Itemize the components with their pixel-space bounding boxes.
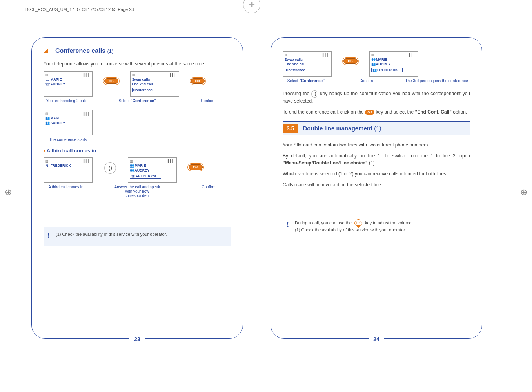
ok-button-inline: OK bbox=[365, 110, 374, 115]
intro-text: Your telephone allows you to converse wi… bbox=[44, 60, 231, 67]
group-icon: 👥 bbox=[130, 164, 134, 168]
status-bar: ▥▍▎▏ bbox=[285, 53, 330, 57]
triangle-icon bbox=[44, 48, 48, 53]
page-right: ▥▍▎▏ Swap calls End 2nd call Conference … bbox=[271, 37, 482, 339]
phone-screen-conf-started: ▥▍▎▏ 👥 MARIE 👥 AUDREY bbox=[44, 110, 93, 135]
group-icon: 👥 bbox=[45, 116, 49, 120]
group-icon: 👥 bbox=[372, 68, 376, 72]
status-bar: ▥▍▎▏ bbox=[45, 73, 91, 77]
caption-row-2: The conference starts bbox=[44, 137, 231, 142]
group-icon: 👥 bbox=[130, 168, 134, 172]
para-invoice: Calls made will be invoiced on the selec… bbox=[283, 181, 470, 188]
phone-screen-incoming: ▥▍▎▏ ↯ FREDERICK bbox=[44, 157, 93, 183]
crop-circle-top bbox=[243, 0, 260, 13]
status-bar: ▥▍▎▏ bbox=[132, 73, 177, 77]
incoming-icon: ↯ bbox=[45, 164, 49, 168]
caption-row-r1: Select "Conference" Confirm The 3rd pers… bbox=[283, 79, 470, 84]
phone-screen-menu: ▥▍▎▏ Swap calls End 2nd call Conference bbox=[130, 71, 179, 97]
para-end-conf: To end the conference call, click on the… bbox=[283, 108, 470, 116]
page-left: Conference calls (1) Your telephone allo… bbox=[31, 37, 243, 339]
status-bar: ▥▍▎▏ bbox=[45, 112, 91, 116]
para-sim: Your SIM card can contain two lines with… bbox=[283, 141, 470, 148]
status-bar: ▥▍▎▏ bbox=[130, 159, 175, 163]
phone-row-1: ▥▍▎▏ … MARIE ☏ AUDREY OK ▥▍▎▏ Swap calls… bbox=[44, 71, 231, 97]
note-box-left: ! (1) Check the availability of this ser… bbox=[44, 227, 231, 246]
phone-screen-three-joined: ▥▍▎▏ 👥 MARIE 👥 AUDREY 👥 FREDERICK bbox=[369, 51, 418, 77]
section-number: 3.5 bbox=[283, 124, 298, 133]
phone-icon: ☏ bbox=[131, 174, 135, 178]
phone-row-3: ▥▍▎▏ ↯ FREDERICK ⟨⟩ ▥▍▎▏ 👥 MARIE 👥 AUDRE… bbox=[44, 157, 231, 183]
crop-mark-left: ⊕ bbox=[5, 187, 12, 197]
group-icon: 👥 bbox=[371, 58, 375, 61]
phone-screen-menu: ▥▍▎▏ Swap calls End 2nd call Conference bbox=[283, 51, 332, 77]
ok-button[interactable]: OK bbox=[191, 78, 205, 84]
section-title-conference: Conference calls (1) bbox=[44, 47, 231, 54]
phone-icon: ☏ bbox=[45, 82, 49, 86]
ok-button[interactable]: OK bbox=[104, 78, 118, 84]
header-line: BG3 _PCS_AUS_UM_17-07-03 17/07/03 12:53 … bbox=[25, 7, 134, 12]
section-heading-double-line: 3.5 Double line management (1) bbox=[283, 121, 470, 135]
ok-button[interactable]: OK bbox=[189, 164, 203, 170]
note-box-right: ! During a call, you can use the OK key … bbox=[283, 216, 470, 237]
para-switch: By default, you are automatically on lin… bbox=[283, 152, 470, 166]
page-number-right: 24 bbox=[369, 336, 384, 342]
phone-screen-three-calls: ▥▍▎▏ 👥 MARIE 👥 AUDREY ☏ FREDERICK bbox=[128, 157, 177, 183]
ellipsis-icon: … bbox=[45, 78, 49, 81]
group-icon: 👥 bbox=[371, 62, 375, 66]
exclaim-icon: ! bbox=[47, 231, 50, 242]
answer-key-icon: ⟨⟩ bbox=[311, 90, 318, 98]
answer-key-icon[interactable]: ⟨⟩ bbox=[104, 162, 116, 174]
phone-row-2: ▥▍▎▏ 👥 MARIE 👥 AUDREY bbox=[44, 110, 231, 135]
status-bar: ▥▍▎▏ bbox=[371, 53, 416, 57]
phone-row-r1: ▥▍▎▏ Swap calls End 2nd call Conference … bbox=[283, 51, 470, 77]
para-receive: Whichever line is selected (1 or 2) you … bbox=[283, 170, 470, 177]
ok-button[interactable]: OK bbox=[343, 58, 358, 64]
caption-row-1: You are handling 2 calls Select "Confere… bbox=[44, 99, 231, 104]
exclaim-icon: ! bbox=[287, 220, 289, 230]
page-number-left: 23 bbox=[129, 336, 145, 342]
caption-row-3: A third call comes in Answer the call an… bbox=[44, 185, 231, 198]
group-icon: 👥 bbox=[45, 121, 49, 125]
subheading-third-call: • A third call comes in bbox=[44, 148, 231, 154]
para-hangup: Pressing the ⟨⟩ key hangs up the communi… bbox=[283, 90, 470, 105]
navigation-key-icon: OK bbox=[353, 220, 364, 227]
phone-screen-handling: ▥▍▎▏ … MARIE ☏ AUDREY bbox=[44, 71, 93, 97]
crop-mark-right: ⊕ bbox=[520, 187, 527, 197]
status-bar: ▥▍▎▏ bbox=[45, 159, 91, 163]
